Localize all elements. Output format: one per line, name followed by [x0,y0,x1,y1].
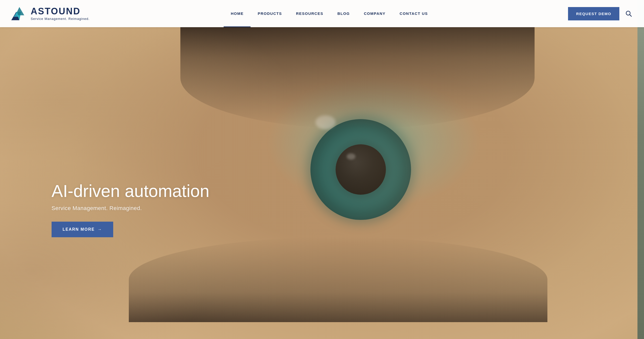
logo-link[interactable]: ASTOUND Service Management. Reimagined. [10,5,91,22]
nav-right: REQUEST DEMO [568,7,634,20]
learn-more-button[interactable]: LEARN MORE → [52,222,113,237]
skin-overlay [0,0,644,339]
logo-icon [10,5,27,22]
request-demo-button[interactable]: REQUEST DEMO [568,7,619,20]
hero-subtitle: Service Management. Reimagined. [52,205,209,212]
nav-link-company[interactable]: COMPANY [357,0,393,27]
nav-item-products[interactable]: PRODUCTS [251,0,289,27]
hero-title: AI-driven automation [52,182,209,200]
nav-item-contact[interactable]: CONTACT US [393,0,435,27]
nav-link-blog[interactable]: BLOG [330,0,357,27]
nav-item-blog[interactable]: BLOG [330,0,357,27]
nav-link-resources[interactable]: RESOURCES [289,0,331,27]
hero-content: AI-driven automation Service Management.… [52,182,209,237]
learn-more-label: LEARN MORE [63,227,95,232]
hero-section: AI-driven automation Service Management.… [0,0,644,339]
nav-links: HOME PRODUCTS RESOURCES BLOG COMPANY CON… [91,0,568,27]
right-panel [637,0,644,339]
search-icon [625,10,632,17]
learn-more-arrow: → [98,227,102,232]
svg-line-5 [630,15,631,16]
navbar: ASTOUND Service Management. Reimagined. … [0,0,644,27]
search-button[interactable] [623,8,634,19]
nav-link-home[interactable]: HOME [224,0,251,27]
nav-item-home[interactable]: HOME [224,0,251,27]
logo-tagline: Service Management. Reimagined. [31,17,90,21]
nav-link-contact[interactable]: CONTACT US [393,0,435,27]
logo-name: ASTOUND [31,7,90,16]
nav-link-products[interactable]: PRODUCTS [251,0,289,27]
nav-item-resources[interactable]: RESOURCES [289,0,331,27]
logo-text-block: ASTOUND Service Management. Reimagined. [31,7,90,21]
nav-item-company[interactable]: COMPANY [357,0,393,27]
